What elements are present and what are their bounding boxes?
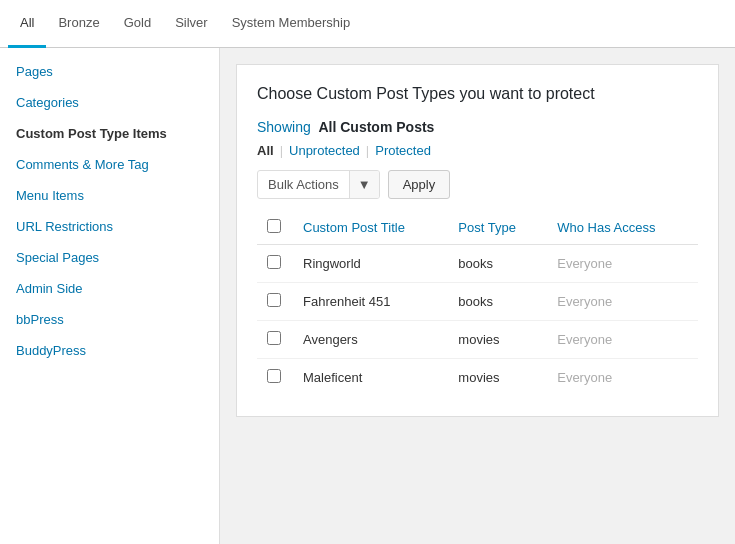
sidebar-item-pages[interactable]: Pages: [0, 56, 219, 87]
row-checkbox-2[interactable]: [267, 331, 281, 345]
sidebar-item-bbpress[interactable]: bbPress: [0, 304, 219, 335]
row-type-0: books: [448, 245, 547, 283]
row-check-3: [257, 359, 293, 397]
table-row: Fahrenheit 451 books Everyone: [257, 283, 698, 321]
tab-system-membership[interactable]: System Membership: [220, 0, 362, 48]
select-all-checkbox[interactable]: [267, 219, 281, 233]
page-title: Choose Custom Post Types you want to pro…: [257, 85, 698, 103]
tab-silver[interactable]: Silver: [163, 0, 220, 48]
main-content: Choose Custom Post Types you want to pro…: [220, 48, 735, 544]
row-check-0: [257, 245, 293, 283]
sidebar-item-buddypress[interactable]: BuddyPress: [0, 335, 219, 366]
row-type-3: movies: [448, 359, 547, 397]
filter-links: All | Unprotected | Protected: [257, 143, 698, 158]
sidebar-item-custom-post-type-items[interactable]: Custom Post Type Items: [0, 118, 219, 149]
sep-1: |: [280, 143, 283, 158]
filter-unprotected[interactable]: Unprotected: [289, 143, 360, 158]
sidebar-item-admin-side[interactable]: Admin Side: [0, 273, 219, 304]
sidebar-item-menu-items[interactable]: Menu Items: [0, 180, 219, 211]
bulk-bar: Bulk Actions ▼ Apply: [257, 170, 698, 199]
filter-all[interactable]: All: [257, 143, 274, 158]
chevron-down-icon[interactable]: ▼: [349, 171, 379, 198]
row-title-0: Ringworld: [293, 245, 448, 283]
header-access[interactable]: Who Has Access: [547, 211, 698, 245]
row-checkbox-1[interactable]: [267, 293, 281, 307]
sidebar-item-special-pages[interactable]: Special Pages: [0, 242, 219, 273]
table-row: Avengers movies Everyone: [257, 321, 698, 359]
row-title-1: Fahrenheit 451: [293, 283, 448, 321]
header-type[interactable]: Post Type: [448, 211, 547, 245]
tab-gold[interactable]: Gold: [112, 0, 163, 48]
showing-value: All Custom Posts: [318, 119, 434, 135]
apply-button[interactable]: Apply: [388, 170, 451, 199]
tab-all[interactable]: All: [8, 0, 46, 48]
row-title-2: Avengers: [293, 321, 448, 359]
content-box: Choose Custom Post Types you want to pro…: [236, 64, 719, 417]
header-check: [257, 211, 293, 245]
posts-table: Custom Post Title Post Type Who Has Acce…: [257, 211, 698, 396]
sep-2: |: [366, 143, 369, 158]
header-title[interactable]: Custom Post Title: [293, 211, 448, 245]
tab-bronze[interactable]: Bronze: [46, 0, 111, 48]
row-access-1: Everyone: [547, 283, 698, 321]
row-access-3: Everyone: [547, 359, 698, 397]
row-access-2: Everyone: [547, 321, 698, 359]
table-header-row: Custom Post Title Post Type Who Has Acce…: [257, 211, 698, 245]
row-type-1: books: [448, 283, 547, 321]
filter-protected[interactable]: Protected: [375, 143, 431, 158]
row-access-0: Everyone: [547, 245, 698, 283]
bulk-actions-select[interactable]: Bulk Actions ▼: [257, 170, 380, 199]
sidebar-item-url-restrictions[interactable]: URL Restrictions: [0, 211, 219, 242]
sidebar: Pages Categories Custom Post Type Items …: [0, 48, 220, 544]
row-check-1: [257, 283, 293, 321]
bulk-actions-label: Bulk Actions: [258, 171, 349, 198]
table-row: Ringworld books Everyone: [257, 245, 698, 283]
row-title-3: Maleficent: [293, 359, 448, 397]
table-row: Maleficent movies Everyone: [257, 359, 698, 397]
row-type-2: movies: [448, 321, 547, 359]
row-check-2: [257, 321, 293, 359]
sidebar-item-categories[interactable]: Categories: [0, 87, 219, 118]
top-tabs: All Bronze Gold Silver System Membership: [0, 0, 735, 48]
sidebar-item-comments-more-tag[interactable]: Comments & More Tag: [0, 149, 219, 180]
row-checkbox-0[interactable]: [267, 255, 281, 269]
showing-label: Showing All Custom Posts: [257, 119, 698, 135]
showing-prefix: Showing: [257, 119, 311, 135]
row-checkbox-3[interactable]: [267, 369, 281, 383]
